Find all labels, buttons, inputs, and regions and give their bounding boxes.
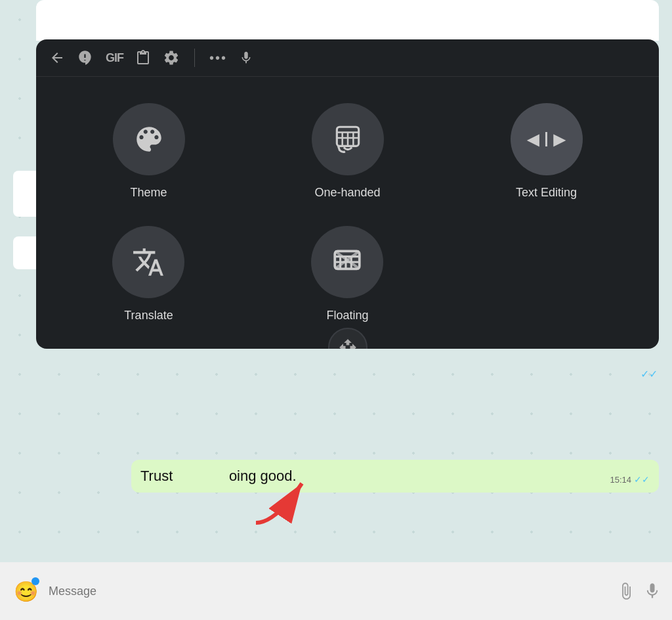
one-handed-circle [312, 103, 384, 175]
translate-circle [112, 226, 184, 298]
emoji-notification-dot [32, 577, 39, 585]
floating-menu-item[interactable]: Floating [248, 219, 447, 329]
settings-button[interactable] [163, 49, 180, 66]
red-arrow [249, 470, 328, 529]
floating-circle [311, 226, 383, 298]
emoji-button[interactable]: 😊 [10, 576, 41, 606]
message-input[interactable] [49, 576, 609, 606]
move-handle-container [328, 328, 368, 349]
theme-menu-item[interactable]: Theme [49, 97, 248, 206]
menu-grid-row1: Theme One-handed ◄I► Text Edit [36, 77, 659, 219]
svg-point-0 [82, 55, 84, 56]
bottom-bar: 😊 [0, 562, 672, 620]
one-handed-menu-item[interactable]: One-handed [248, 97, 447, 206]
check-mark-2: ✓✓ [640, 368, 658, 380]
theme-label: Theme [130, 186, 167, 200]
read-receipts: ✓✓ [634, 474, 650, 485]
clipboard-button[interactable] [135, 50, 151, 66]
keyboard-panel: GIF ••• Theme [36, 39, 659, 349]
floating-label: Floating [326, 309, 368, 322]
top-partial-bubble [36, 0, 659, 41]
toolbar-divider [194, 49, 195, 67]
green-message-bubble: Trust oing good. 15:14 ✓✓ [131, 460, 659, 493]
sticker-button[interactable] [77, 49, 94, 66]
one-handed-label: One-handed [314, 186, 380, 200]
mic-button[interactable] [643, 582, 662, 600]
message-time: 15:14 ✓✓ [610, 474, 650, 485]
translate-menu-item[interactable]: Translate [49, 219, 248, 329]
back-button[interactable] [49, 50, 65, 66]
move-handle[interactable] [328, 328, 368, 349]
svg-point-1 [86, 55, 88, 56]
attachment-button[interactable] [617, 582, 635, 600]
theme-circle [113, 103, 185, 175]
mic-toolbar-button[interactable] [239, 51, 253, 65]
keyboard-toolbar: GIF ••• [36, 39, 659, 77]
text-editing-label: Text Editing [516, 186, 577, 200]
gif-button[interactable]: GIF [106, 51, 123, 65]
more-button[interactable]: ••• [209, 51, 227, 66]
text-editing-menu-item[interactable]: ◄I► Text Editing [447, 97, 646, 206]
text-editing-circle: ◄I► [511, 103, 583, 175]
translate-label: Translate [124, 309, 173, 322]
